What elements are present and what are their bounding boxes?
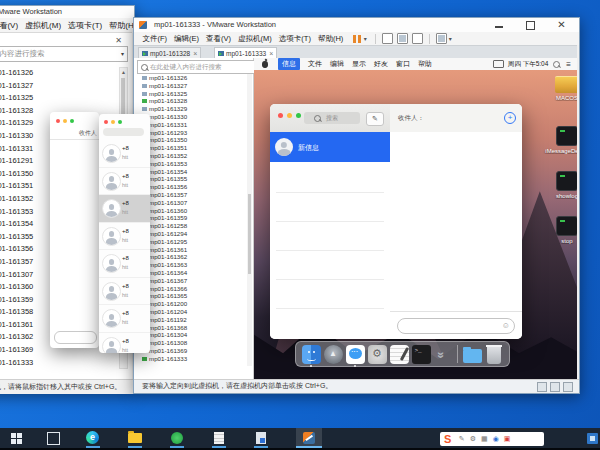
vm-list-item[interactable]: mp01-161357 <box>134 191 246 199</box>
menu-item[interactable]: 虚拟机(M) <box>238 34 272 44</box>
messages-search-input[interactable]: 搜索 <box>304 112 360 124</box>
vm-list-item[interactable]: mp01-161293 <box>134 129 246 137</box>
vm-list-item[interactable]: mp01-161362 <box>134 253 246 261</box>
macos-menu-item[interactable]: 好友 <box>374 59 388 69</box>
recipient-field[interactable]: 收件人 <box>50 127 99 140</box>
menu-item[interactable]: 查看(V) <box>206 34 231 44</box>
vm-list-item[interactable]: mp01-161356 <box>134 183 246 191</box>
zoom-traffic-light[interactable] <box>118 120 122 124</box>
menu-bar-clock[interactable]: 周四 下午5:04 <box>508 60 548 69</box>
vm-list-item[interactable]: mp01-161365 <box>134 292 246 300</box>
desktop-icon-macos[interactable]: MACOS <box>537 76 577 101</box>
desktop-icon-imessagedebug[interactable]: iMessageDebug <box>537 126 577 154</box>
close-traffic-light[interactable] <box>104 120 108 124</box>
vm-list-item[interactable]: mp01-161204 <box>134 308 246 316</box>
vm-list-item[interactable]: mp01-161353 <box>134 160 246 168</box>
menu-item[interactable]: 编辑(E) <box>174 34 199 44</box>
tab-close-icon[interactable]: × <box>269 50 273 57</box>
zoom-traffic-light[interactable] <box>296 113 301 118</box>
vm-list-item[interactable]: mp01-161364 <box>134 269 246 277</box>
vm-list-item[interactable]: mp01-161360 <box>134 207 246 215</box>
menu-item[interactable]: 选项卡(T) <box>279 34 311 44</box>
compose-button[interactable]: ✎ <box>366 112 384 126</box>
account-icon[interactable]: ◉ <box>493 435 499 443</box>
menu-item[interactable]: 选项卡(T) <box>68 20 102 31</box>
dock-launchpad-icon[interactable] <box>324 345 343 364</box>
contact-row[interactable]: +8 htt <box>99 140 150 168</box>
vm-list-item[interactable]: mp01-161329 <box>134 105 246 113</box>
network-status-icon[interactable] <box>550 382 560 392</box>
notification-center-icon[interactable]: ≡ <box>566 60 571 69</box>
close-traffic-light[interactable] <box>56 119 60 123</box>
keyboard-icon[interactable]: ▦ <box>481 435 488 443</box>
vm-list-item[interactable]: mp01-161366 <box>134 285 246 293</box>
vm-list-item[interactable]: mp01-161369 <box>134 347 246 355</box>
contact-row[interactable]: +8 htt <box>99 278 150 306</box>
minimize-button[interactable] <box>484 18 515 32</box>
spotlight-icon[interactable] <box>553 61 560 68</box>
green-app-icon[interactable] <box>164 428 190 448</box>
settings-icon[interactable]: ⚙ <box>470 435 476 443</box>
contact-row[interactable]: +8 htt <box>99 250 150 278</box>
pen-icon[interactable]: ✎ <box>459 435 465 443</box>
settings-icon[interactable] <box>412 33 423 44</box>
vm-list-item[interactable]: mp01-161333 <box>0 357 121 367</box>
vm-list-item[interactable]: mp01-161327 <box>0 80 121 93</box>
close-traffic-light[interactable] <box>278 113 283 118</box>
task-view-button[interactable] <box>40 428 66 448</box>
dock-textedit-icon[interactable] <box>390 345 409 364</box>
vm-list-item[interactable]: mp01-161351 <box>134 144 246 152</box>
document-app-icon[interactable] <box>206 428 232 448</box>
sidebar-search-input[interactable]: 在此处键入内容进行搜索 ▾ <box>137 60 261 74</box>
dock-app-stack-icon[interactable] <box>434 345 453 364</box>
message-input[interactable] <box>54 331 97 344</box>
vm-list-item[interactable]: mp01-161325 <box>0 92 121 105</box>
vm-list-item[interactable]: mp01-161200 <box>134 300 246 308</box>
macos-menu-item[interactable]: 窗口 <box>396 59 410 69</box>
emoji-icon[interactable]: ☺ <box>502 321 510 330</box>
vm-list-item[interactable]: mp01-161352 <box>134 152 246 160</box>
sidebar-scrollbar[interactable] <box>247 74 252 366</box>
usb-status-icon[interactable] <box>563 382 573 392</box>
vm-list-item[interactable]: mp01-161326 <box>0 67 121 80</box>
search-field[interactable] <box>103 128 144 136</box>
sogou-input-bar[interactable]: S ✎ ⚙ ▦ ◉ ▣ <box>440 432 544 446</box>
apple-menu-icon[interactable] <box>262 61 268 68</box>
dock-system-preferences-icon[interactable] <box>368 345 387 364</box>
vm-list-item[interactable]: mp01-161308 <box>134 339 246 347</box>
menu-item[interactable]: 帮助(H) <box>318 34 343 44</box>
contact-row[interactable]: +8 htt <box>99 223 150 251</box>
vm-list-item[interactable]: mp01-161330 <box>134 113 246 121</box>
vm-list-item[interactable]: mp01-161363 <box>134 261 246 269</box>
vm-list-item[interactable]: mp01-161294 <box>134 230 246 238</box>
dock-downloads-folder-icon[interactable] <box>463 349 482 363</box>
vm-list-item[interactable]: mp01-161328 <box>134 97 246 105</box>
add-recipient-button[interactable]: + <box>504 112 516 124</box>
view-dropdown-icon[interactable]: ▾ <box>449 35 452 42</box>
scroll-up-icon[interactable]: ▲ <box>120 68 127 76</box>
vm-list-item[interactable]: mp01-161355 <box>134 175 246 183</box>
vm-list-item[interactable]: mp01-161326 <box>134 74 246 82</box>
vm-list-item[interactable]: mp01-161350 <box>134 136 246 144</box>
dock-messages-icon[interactable] <box>346 345 365 364</box>
message-input[interactable]: ☺ <box>397 318 515 334</box>
vm-list-item[interactable]: mp01-161367 <box>134 277 246 285</box>
minimize-traffic-light[interactable] <box>287 113 292 118</box>
vm-list-item[interactable]: mp01-161325 <box>134 90 246 98</box>
input-source-icon[interactable] <box>493 60 504 68</box>
macos-menu-item[interactable]: 显示 <box>352 59 366 69</box>
vm-list-item[interactable]: mp01-161307 <box>134 199 246 207</box>
conversation-item-selected[interactable]: 新信息 <box>270 132 390 162</box>
pause-button[interactable] <box>353 35 356 43</box>
start-button[interactable] <box>4 428 30 448</box>
pause-dropdown-icon[interactable]: ▾ <box>364 35 367 42</box>
revert-icon[interactable] <box>397 33 408 44</box>
recipient-field[interactable]: 收件人： + <box>390 104 522 132</box>
menu-item[interactable]: 文件(F) <box>143 34 168 44</box>
macos-menu-item[interactable]: 编辑 <box>330 59 344 69</box>
contact-row[interactable]: +8 htt <box>99 333 150 354</box>
console-view-icon[interactable] <box>436 33 447 44</box>
minimize-traffic-light[interactable] <box>63 119 67 123</box>
office-app-icon[interactable] <box>248 428 274 448</box>
zoom-traffic-light[interactable] <box>70 119 74 123</box>
